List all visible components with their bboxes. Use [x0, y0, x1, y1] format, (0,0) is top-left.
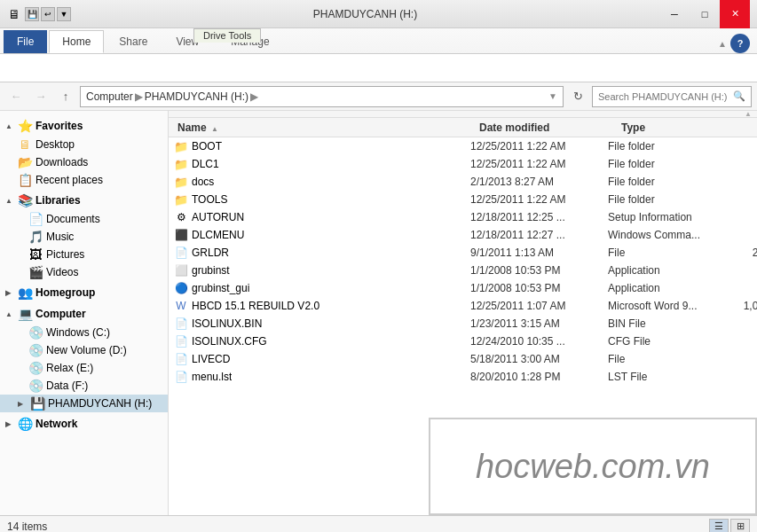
- maximize-button[interactable]: □: [690, 0, 720, 28]
- table-row[interactable]: 📄 GRLDR 9/1/2011 1:13 AM File 261 KB: [169, 244, 757, 262]
- table-row[interactable]: ⬛ DLCMENU 12/18/2011 12:27 ... Windows C…: [169, 226, 757, 244]
- file-date: 12/24/2010 10:35 ...: [467, 335, 604, 348]
- file-name: DLCMENU: [192, 229, 244, 241]
- file-date: 12/18/2011 12:27 ...: [467, 229, 604, 241]
- ribbon-content: [0, 53, 757, 82]
- table-row[interactable]: 📄 LIVECD 5/18/2011 3:00 AM File 0 KB: [169, 350, 757, 368]
- favorites-label: Favorites: [35, 120, 83, 132]
- table-row[interactable]: 📄 menu.lst 8/20/2010 1:28 PM LST File 1 …: [169, 368, 757, 386]
- refresh-button[interactable]: ↻: [567, 86, 588, 107]
- file-name: docs: [192, 176, 214, 188]
- quick-undo[interactable]: ↩: [41, 7, 55, 21]
- sidebar-item-e[interactable]: 💿 Relax (E:): [0, 359, 168, 377]
- drive-tools-label: Drive Tools: [193, 28, 261, 43]
- forward-button[interactable]: →: [30, 86, 51, 107]
- file-type: File folder: [604, 176, 720, 188]
- file-type: LST File: [604, 371, 720, 383]
- videos-icon: 🎬: [28, 265, 43, 279]
- address-bar: ← → ↑ Computer ▶ PHAMDUYCANH (H:) ▶ ▼ ↻ …: [0, 82, 757, 111]
- file-date: 1/23/2011 3:15 AM: [467, 317, 604, 330]
- collapse-ribbon-btn[interactable]: ▲: [718, 39, 727, 49]
- search-box[interactable]: 🔍: [592, 86, 752, 107]
- tile-view-button[interactable]: ⊞: [730, 519, 750, 533]
- table-row[interactable]: 📁 TOOLS 12/25/2011 1:22 AM File folder: [169, 191, 757, 208]
- table-row[interactable]: 📁 DLC1 12/25/2011 1:22 AM File folder: [169, 155, 757, 173]
- file-name: ISOLINUX.BIN: [192, 317, 262, 330]
- search-input[interactable]: [598, 91, 729, 102]
- name-sort-arrow: ▲: [211, 125, 218, 133]
- table-row[interactable]: 📁 BOOT 12/25/2011 1:22 AM File folder: [169, 137, 757, 155]
- music-icon: 🎵: [28, 230, 43, 244]
- music-label: Music: [46, 231, 74, 243]
- sidebar-item-documents[interactable]: 📄 Documents: [0, 210, 168, 228]
- tab-file[interactable]: File: [4, 30, 47, 53]
- downloads-label: Downloads: [35, 156, 88, 168]
- file-icon: 📄: [174, 352, 188, 366]
- table-row[interactable]: 📄 ISOLINUX.CFG 12/24/2010 10:35 ... CFG …: [169, 332, 757, 350]
- table-row[interactable]: 📁 docs 2/1/2013 8:27 AM File folder: [169, 173, 757, 191]
- close-button[interactable]: ✕: [720, 0, 750, 28]
- watermark: hocweb.com.vn: [429, 418, 757, 515]
- documents-label: Documents: [46, 213, 100, 225]
- table-row[interactable]: 📄 ISOLINUX.BIN 1/23/2011 3:15 AM BIN Fil…: [169, 315, 757, 332]
- file-type: File folder: [604, 140, 720, 153]
- file-type: Application: [604, 282, 720, 294]
- sidebar-section-libraries[interactable]: ▲ 📚 Libraries: [0, 191, 168, 210]
- quick-save[interactable]: 💾: [25, 7, 39, 21]
- sidebar-item-music[interactable]: 🎵 Music: [0, 228, 168, 246]
- sidebar-item-recent[interactable]: 📋 Recent places: [0, 171, 168, 189]
- table-row[interactable]: ⚙ AUTORUN 12/18/2011 12:25 ... Setup Inf…: [169, 208, 757, 226]
- network-icon: 🌐: [18, 417, 32, 431]
- back-button[interactable]: ←: [5, 86, 27, 107]
- computer-label: Computer: [35, 308, 86, 320]
- sidebar-section-homegroup[interactable]: ▶ 👥 Homegroup: [0, 283, 168, 302]
- sidebar-section-computer[interactable]: ▲ 💻 Computer: [0, 304, 168, 324]
- up-button[interactable]: ↑: [55, 86, 76, 107]
- file-date: 5/18/2011 3:00 AM: [467, 353, 604, 365]
- libraries-icon: 📚: [18, 193, 32, 207]
- ribbon-placeholder: [7, 63, 10, 74]
- file-name: HBCD 15.1 REBUILD V2.0: [192, 300, 319, 312]
- lst-icon: 📄: [174, 370, 188, 384]
- setup-icon: ⚙: [174, 210, 188, 224]
- col-header-name[interactable]: Name ▲: [174, 121, 476, 134]
- favorites-expand-arrow: ▲: [5, 122, 14, 130]
- sidebar-item-d[interactable]: 💿 New Volume (D:): [0, 341, 168, 359]
- tab-share[interactable]: Share: [106, 30, 161, 53]
- help-button[interactable]: ?: [730, 34, 750, 53]
- folder-icon: 📁: [174, 157, 188, 171]
- table-row[interactable]: 🔵 grubinst_gui 1/1/2008 10:53 PM Applica…: [169, 279, 757, 297]
- path-dropdown-arrow[interactable]: ▼: [548, 91, 557, 101]
- file-name: GRLDR: [192, 246, 229, 259]
- path-separator-1: ▶: [135, 90, 143, 103]
- desktop-icon: 🖥: [18, 137, 32, 152]
- col-header-size[interactable]: Size: [733, 121, 757, 134]
- libraries-label: Libraries: [35, 194, 81, 207]
- sidebar-item-h[interactable]: ▶ 💾 PHAMDUYCANH (H:): [0, 395, 168, 412]
- sidebar-item-pictures[interactable]: 🖼 Pictures: [0, 246, 168, 263]
- table-row[interactable]: ⬜ grubinst 1/1/2008 10:53 PM Application…: [169, 262, 757, 279]
- d-drive-label: New Volume (D:): [46, 344, 127, 356]
- col-header-date[interactable]: Date modified: [476, 121, 618, 134]
- sidebar-item-c[interactable]: 💿 Windows (C:): [0, 324, 168, 341]
- sidebar-item-desktop[interactable]: 🖥 Desktop: [0, 136, 168, 153]
- minimize-button[interactable]: ─: [659, 0, 690, 28]
- address-path[interactable]: Computer ▶ PHAMDUYCANH (H:) ▶ ▼: [80, 86, 564, 107]
- sidebar-item-videos[interactable]: 🎬 Videos: [0, 263, 168, 281]
- desktop-label: Desktop: [35, 138, 75, 151]
- file-type: Setup Information: [604, 211, 720, 223]
- favorites-icon: ⭐: [18, 119, 32, 133]
- sidebar-section-network[interactable]: ▶ 🌐 Network: [0, 414, 168, 434]
- col-header-type[interactable]: Type: [618, 121, 733, 134]
- sidebar-item-downloads[interactable]: 📂 Downloads: [0, 153, 168, 171]
- window-title: PHAMDUYCANH (H:): [71, 8, 659, 20]
- quick-properties[interactable]: ▼: [57, 7, 71, 21]
- detail-view-button[interactable]: ☰: [709, 519, 729, 533]
- file-size: 3 KB: [720, 335, 757, 348]
- file-size: 1 KB: [720, 229, 757, 241]
- sidebar-item-f[interactable]: 💿 Data (F:): [0, 377, 168, 395]
- path-separator-2: ▶: [250, 90, 258, 103]
- table-row[interactable]: W HBCD 15.1 REBUILD V2.0 12/25/2011 1:07…: [169, 297, 757, 315]
- tab-home[interactable]: Home: [49, 30, 104, 53]
- sidebar-section-favorites[interactable]: ▲ ⭐ Favorites: [0, 116, 168, 136]
